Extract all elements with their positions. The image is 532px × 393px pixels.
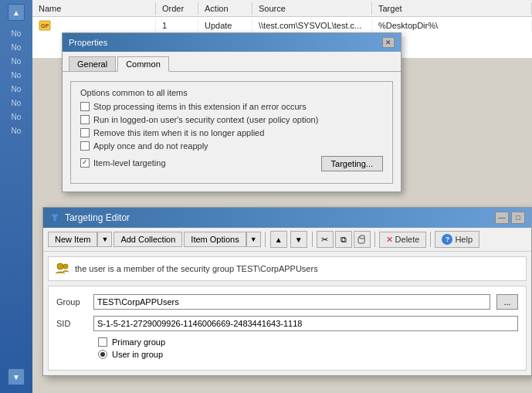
cell-target: %DesktopDir%\ <box>372 19 532 32</box>
sidebar-item-8: No <box>0 124 32 138</box>
help-icon: ? <box>442 234 452 245</box>
targeting-toolbar: New Item ▼ Add Collection Item Options ▼… <box>43 228 531 252</box>
checkbox-apply-once[interactable] <box>80 141 90 151</box>
filter-icon <box>49 212 60 223</box>
checkbox-row-2: Run in logged-on user's security context… <box>80 115 383 124</box>
item-options-group: Item Options ▼ <box>184 232 260 247</box>
copy-btn[interactable]: ⧉ <box>335 231 352 248</box>
properties-titlebar: Properties ✕ <box>63 33 401 52</box>
user-in-group-label: User in group <box>112 350 163 359</box>
checkbox-run-logged-label: Run in logged-on user's security context… <box>93 115 318 124</box>
sidebar-collapse-btn[interactable]: ▲ <box>8 4 25 21</box>
targeting-btn[interactable]: Targeting... <box>321 156 383 171</box>
add-collection-btn[interactable]: Add Collection <box>114 232 181 246</box>
checkbox-remove-item-label: Remove this item when it is no longer ap… <box>93 128 264 137</box>
options-group-label: Options common to all items <box>80 88 383 97</box>
targeting-minimize-btn[interactable]: — <box>495 212 509 224</box>
help-label: Help <box>455 235 473 244</box>
checkbox-stop-processing-label: Stop processing items in this extension … <box>93 102 307 111</box>
add-collection-group: Add Collection <box>114 232 182 247</box>
table-row[interactable]: GP 1 Update \\test.com\SYSVOL\test.c... … <box>32 17 532 34</box>
targeting-title-text: Targeting Editor <box>65 212 130 223</box>
col-header-target: Target <box>372 2 532 15</box>
chevron-down-icon: ▼ <box>12 373 20 381</box>
separator-3 <box>374 232 375 247</box>
condition-text: the user is a member of the security gro… <box>75 264 318 273</box>
cut-btn[interactable]: ✂ <box>317 231 334 248</box>
checkbox-row-4: Apply once and do not reapply <box>80 141 383 151</box>
sidebar-item-2: No <box>0 41 32 55</box>
user-in-group-radio[interactable] <box>98 350 107 359</box>
move-down-btn[interactable]: ▼ <box>290 231 307 248</box>
primary-group-label: Primary group <box>112 337 165 347</box>
condition-row[interactable]: the user is a member of the security gro… <box>48 256 527 281</box>
sid-label: SID <box>56 319 87 328</box>
checkbox-run-logged[interactable] <box>80 115 90 124</box>
delete-btn[interactable]: ✕ Delete <box>379 232 427 248</box>
cell-source: \\test.com\SYSVOL\test.c... <box>252 19 372 32</box>
col-header-source: Source <box>252 2 372 15</box>
help-btn[interactable]: ? Help <box>435 231 479 248</box>
delete-label: Delete <box>395 235 420 244</box>
sid-input[interactable] <box>93 316 518 331</box>
col-header-action: Action <box>198 2 252 15</box>
tab-common[interactable]: Common <box>117 56 169 72</box>
checkbox-row-3: Remove this item when it is no longer ap… <box>80 128 383 137</box>
item-options-dropdown[interactable]: ▼ <box>246 232 260 246</box>
checkbox-item-level-label: Item-level targeting <box>93 158 166 168</box>
user-in-group-row: User in group <box>56 350 518 359</box>
svg-point-5 <box>57 263 63 269</box>
cell-order: 1 <box>156 19 198 32</box>
new-item-dropdown[interactable]: ▼ <box>97 232 111 246</box>
cell-name: GP <box>32 18 156 33</box>
security-group-icon <box>55 261 70 276</box>
cell-action: Update <box>198 19 252 32</box>
checkbox-apply-once-label: Apply once and do not reapply <box>93 141 208 151</box>
sidebar-item-4: No <box>0 69 32 83</box>
chevron-up-icon: ▲ <box>12 8 20 17</box>
svg-text:GP: GP <box>41 23 49 29</box>
targeting-editor-dialog: Targeting Editor — □ New Item ▼ Add Coll… <box>42 207 532 376</box>
group-input[interactable] <box>93 294 490 310</box>
form-area: Group ... SID Primary group User in grou… <box>48 286 527 371</box>
tab-general[interactable]: General <box>69 56 116 71</box>
properties-title: Properties <box>69 38 107 47</box>
group-form-row: Group ... <box>56 294 518 310</box>
targeting-title-left: Targeting Editor <box>49 212 130 223</box>
sidebar-item-6: No <box>0 97 32 110</box>
group-browse-btn[interactable]: ... <box>496 294 518 310</box>
group-label: Group <box>56 297 87 307</box>
targeting-titlebar: Targeting Editor — □ <box>43 208 531 228</box>
sidebar-expand-btn[interactable]: ▼ <box>8 368 25 385</box>
properties-content: Options common to all items Stop process… <box>63 72 401 191</box>
paste-btn[interactable] <box>354 231 371 248</box>
targeting-maximize-btn[interactable]: □ <box>511 212 525 224</box>
svg-marker-2 <box>50 214 59 222</box>
properties-close-btn[interactable]: ✕ <box>382 37 395 48</box>
primary-group-checkbox[interactable] <box>98 337 107 347</box>
paste-icon <box>357 235 367 244</box>
row-icon: GP <box>39 19 51 32</box>
checkbox-row-5: Item-level targeting Targeting... <box>80 154 383 171</box>
sidebar-item-1: No <box>0 27 32 41</box>
new-item-group: New Item ▼ <box>48 232 112 247</box>
item-options-btn[interactable]: Item Options <box>185 232 246 246</box>
checkbox-stop-processing[interactable] <box>80 102 90 111</box>
separator-1 <box>265 232 266 247</box>
checkbox-remove-item[interactable] <box>80 128 90 137</box>
col-header-name: Name <box>32 2 156 15</box>
properties-dialog: Properties ✕ General Common Options comm… <box>62 32 402 192</box>
sid-form-row: SID <box>56 316 518 331</box>
options-group: Options common to all items Stop process… <box>70 81 393 184</box>
move-up-btn[interactable]: ▲ <box>270 231 287 248</box>
checkbox-item-level[interactable] <box>80 158 90 168</box>
sidebar: ▲ No No No No No No No No ▼ <box>0 0 32 393</box>
targeting-window-controls: — □ <box>495 212 525 224</box>
svg-point-6 <box>63 264 68 269</box>
new-item-btn[interactable]: New Item <box>49 232 97 246</box>
primary-group-row: Primary group <box>56 337 518 347</box>
col-header-order: Order <box>156 2 198 15</box>
sidebar-item-7: No <box>0 110 32 124</box>
checkbox-row-1: Stop processing items in this extension … <box>80 102 383 111</box>
svg-rect-4 <box>360 235 364 239</box>
